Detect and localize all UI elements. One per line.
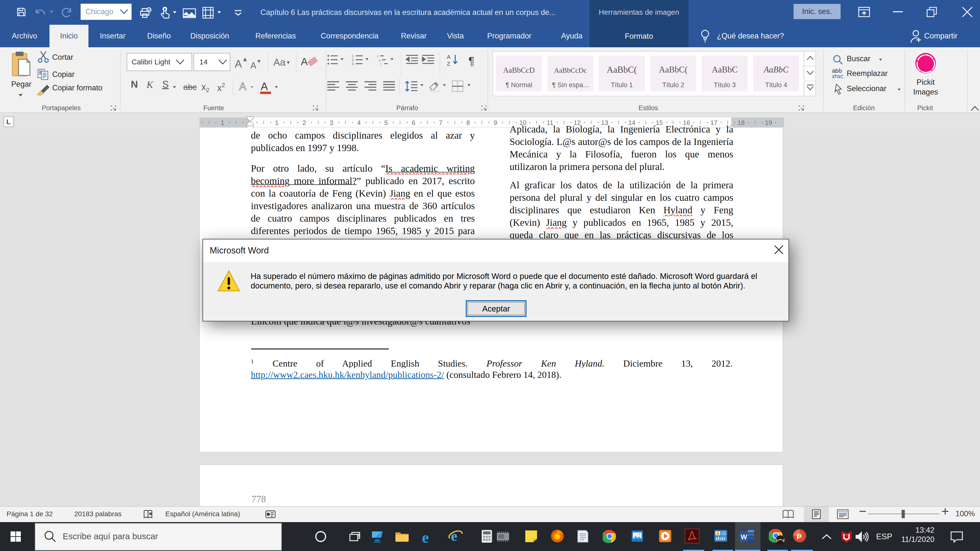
svg-text:2: 2 (352, 58, 354, 62)
svg-text:1: 1 (352, 54, 354, 58)
svg-text:a: a (379, 59, 380, 62)
svg-text:Z: Z (447, 61, 450, 66)
svg-text:1: 1 (377, 55, 379, 58)
svg-text:3: 3 (352, 62, 354, 66)
svg-text:i: i (381, 62, 382, 66)
svg-text:A: A (447, 54, 450, 60)
svg-text:P: P (797, 533, 802, 541)
svg-text:W: W (741, 533, 747, 541)
